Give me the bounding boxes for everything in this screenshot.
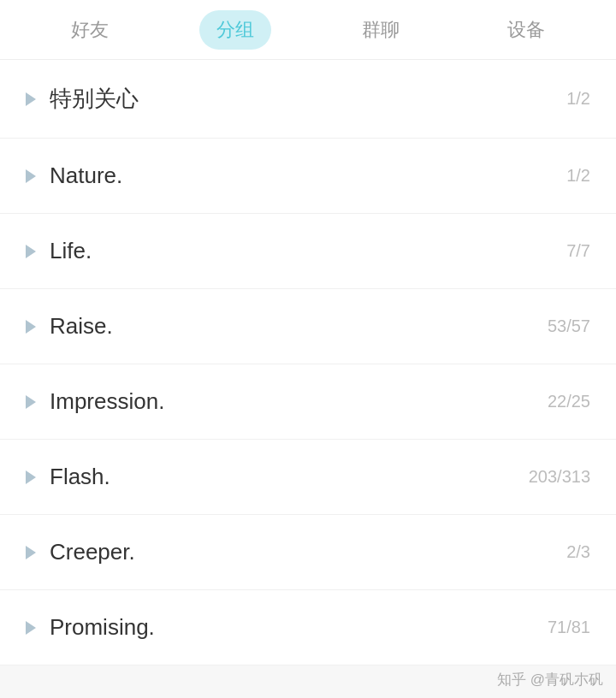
group-name: Nature. [50, 163, 122, 189]
group-item[interactable]: Impression.22/25 [0, 364, 616, 440]
group-item-left: Life. [26, 238, 92, 264]
tab-groups[interactable]: 分组 [199, 10, 271, 50]
group-item[interactable]: Flash.203/313 [0, 440, 616, 515]
arrow-icon [26, 169, 36, 183]
tab-friends[interactable]: 好友 [54, 10, 126, 50]
tab-devices[interactable]: 设备 [490, 10, 562, 50]
watermark: 知乎 @青矾朩矾 [497, 670, 603, 689]
group-item[interactable]: Raise.53/57 [0, 289, 616, 364]
arrow-icon [26, 470, 36, 484]
group-item-left: 特别关心 [26, 84, 139, 114]
group-item[interactable]: Life.7/7 [0, 214, 616, 289]
group-name: Promising. [50, 614, 155, 641]
group-count: 203/313 [529, 467, 590, 487]
group-item-left: Impression. [26, 388, 164, 415]
arrow-icon [26, 546, 36, 559]
tab-bar: 好友分组群聊设备 [0, 0, 616, 60]
group-count: 53/57 [548, 316, 590, 336]
group-item[interactable]: Promising.71/81 [0, 590, 616, 665]
group-count: 1/2 [566, 166, 590, 186]
tab-group-chat[interactable]: 群聊 [345, 10, 417, 50]
group-count: 7/7 [566, 241, 590, 261]
group-item-left: Promising. [26, 614, 155, 641]
arrow-icon [26, 320, 36, 334]
group-item-left: Creeper. [26, 539, 135, 565]
group-name: Flash. [50, 464, 110, 490]
arrow-icon [26, 245, 36, 258]
arrow-icon [26, 395, 36, 409]
arrow-icon [26, 92, 36, 106]
group-item[interactable]: Creeper.2/3 [0, 515, 616, 590]
group-item[interactable]: Nature.1/2 [0, 139, 616, 214]
group-count: 71/81 [548, 618, 590, 637]
group-name: Impression. [50, 388, 164, 415]
group-item[interactable]: 特别关心1/2 [0, 60, 616, 139]
group-item-left: Flash. [26, 464, 110, 490]
group-count: 22/25 [548, 392, 590, 411]
group-item-left: Nature. [26, 163, 122, 189]
group-name: Life. [50, 238, 92, 264]
group-count: 1/2 [566, 89, 590, 109]
group-list: 特别关心1/2Nature.1/2Life.7/7Raise.53/57Impr… [0, 60, 616, 665]
group-item-left: Raise. [26, 313, 113, 340]
arrow-icon [26, 621, 36, 635]
group-count: 2/3 [566, 542, 590, 562]
group-name: 特别关心 [50, 84, 139, 114]
group-name: Creeper. [50, 539, 135, 565]
group-name: Raise. [50, 313, 113, 340]
